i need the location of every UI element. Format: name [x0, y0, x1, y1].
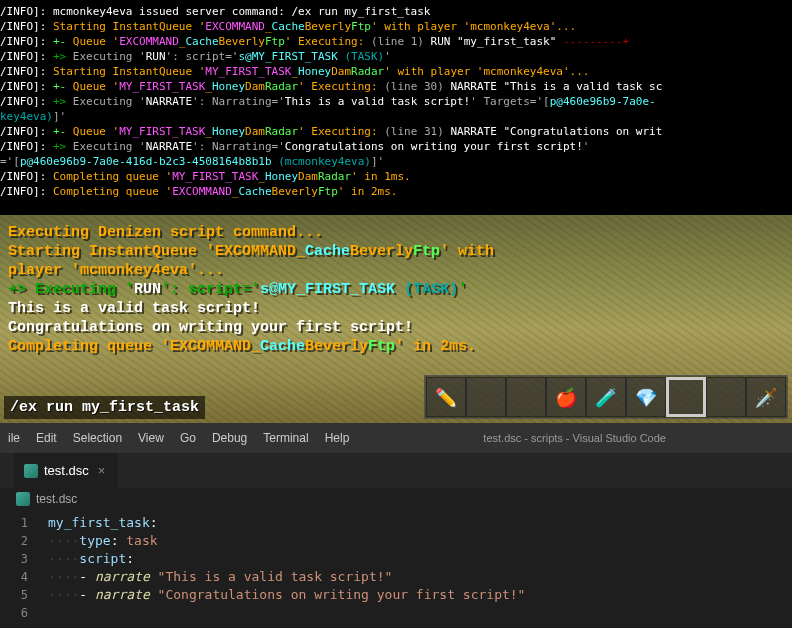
code-line: 2····type: task — [0, 532, 792, 550]
code-line: 4····- narrate "This is a valid task scr… — [0, 568, 792, 586]
hotbar-slot[interactable] — [666, 377, 706, 417]
hotbar-slot[interactable]: 💎 — [626, 377, 666, 417]
menu-item[interactable]: Edit — [28, 431, 65, 445]
file-icon — [24, 464, 38, 478]
console-line: /INFO]: +- Queue 'MY_FIRST_TASK_HoneyDam… — [0, 79, 792, 94]
code-line: 1my_first_task: — [0, 514, 792, 532]
game-chat: Executing Denizen script command... Star… — [8, 223, 494, 356]
console-line: /INFO]: +> Executing 'NARRATE': Narratin… — [0, 94, 792, 109]
menu-item[interactable]: Terminal — [255, 431, 316, 445]
close-icon[interactable]: × — [95, 463, 109, 478]
console-line: /INFO]: Completing queue 'EXCOMMAND_Cach… — [0, 184, 792, 199]
chat-line: Executing Denizen script command... — [8, 223, 494, 242]
console-line: ='[p@460e96b9-7a0e-416d-b2c3-4508164b8b1… — [0, 154, 792, 169]
hotbar: ✏️🍎🧪💎🗡️ — [424, 375, 788, 419]
console-line: /INFO]: +- Queue 'MY_FIRST_TASK_HoneyDam… — [0, 124, 792, 139]
menu-bar: ileEditSelectionViewGoDebugTerminalHelpt… — [0, 423, 792, 453]
menu-item[interactable]: ile — [0, 431, 28, 445]
menu-item[interactable]: Go — [172, 431, 204, 445]
menu-item[interactable]: Selection — [65, 431, 130, 445]
vscode-window: ileEditSelectionViewGoDebugTerminalHelpt… — [0, 423, 792, 628]
console-line: /INFO]: +- Queue 'EXCOMMAND_CacheBeverly… — [0, 34, 792, 49]
menu-item[interactable]: Help — [317, 431, 358, 445]
code-line: 6 — [0, 604, 792, 622]
minecraft-game-view: Executing Denizen script command... Star… — [0, 215, 792, 423]
editor[interactable]: 1my_first_task:2····type: task3····scrip… — [0, 510, 792, 626]
breadcrumb[interactable]: test.dsc — [0, 488, 792, 510]
hotbar-slot[interactable]: ✏️ — [426, 377, 466, 417]
chat-line: This is a valid task script! — [8, 299, 494, 318]
chat-line: +> Executing 'RUN': script='s@MY_FIRST_T… — [8, 280, 494, 299]
chat-line: player 'mcmonkey4eva'... — [8, 261, 494, 280]
console-line: /INFO]: mcmonkey4eva issued server comma… — [0, 4, 792, 19]
console-line: /INFO]: Starting InstantQueue 'MY_FIRST_… — [0, 64, 792, 79]
hotbar-slot[interactable] — [706, 377, 746, 417]
console-line: key4eva)]' — [0, 109, 792, 124]
menu-item[interactable]: Debug — [204, 431, 255, 445]
chat-line: Congratulations on writing your first sc… — [8, 318, 494, 337]
console-line: /INFO]: +> Executing 'NARRATE': Narratin… — [0, 139, 792, 154]
window-title: test.dsc - scripts - Visual Studio Code — [357, 432, 792, 444]
file-tab[interactable]: test.dsc × — [14, 453, 118, 488]
chat-line: Starting InstantQueue 'EXCOMMAND_CacheBe… — [8, 242, 494, 261]
hotbar-slot[interactable] — [506, 377, 546, 417]
hotbar-slot[interactable] — [466, 377, 506, 417]
breadcrumb-label: test.dsc — [36, 492, 77, 506]
file-icon — [16, 492, 30, 506]
console-line: /INFO]: Starting InstantQueue 'EXCOMMAND… — [0, 19, 792, 34]
tab-bar: test.dsc × — [0, 453, 792, 488]
menu-item[interactable]: View — [130, 431, 172, 445]
console-line: /INFO]: +> Executing 'RUN': script='s@MY… — [0, 49, 792, 64]
code-line: 3····script: — [0, 550, 792, 568]
hotbar-slot[interactable]: 🗡️ — [746, 377, 786, 417]
chat-line: Completing queue 'EXCOMMAND_CacheBeverly… — [8, 337, 494, 356]
tab-label: test.dsc — [44, 463, 89, 478]
hotbar-slot[interactable]: 🍎 — [546, 377, 586, 417]
server-console: /INFO]: mcmonkey4eva issued server comma… — [0, 0, 792, 215]
chat-input[interactable]: /ex run my_first_task — [4, 396, 205, 419]
console-line: /INFO]: Completing queue 'MY_FIRST_TASK_… — [0, 169, 792, 184]
hotbar-slot[interactable]: 🧪 — [586, 377, 626, 417]
code-line: 5····- narrate "Congratulations on writi… — [0, 586, 792, 604]
